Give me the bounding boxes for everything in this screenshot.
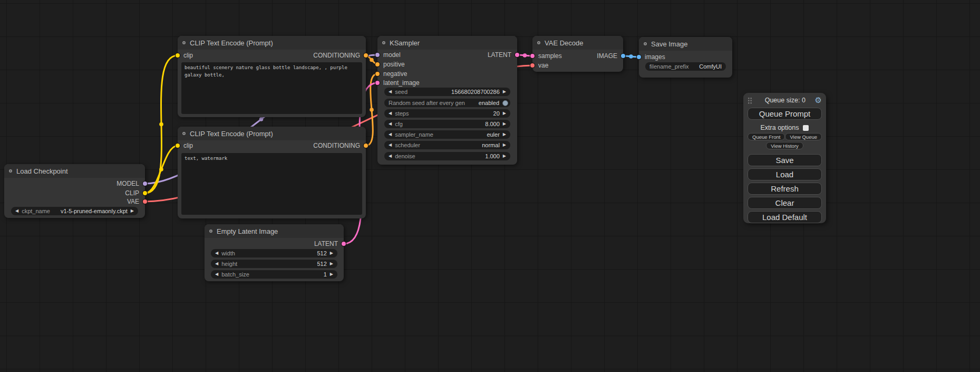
load-button[interactable]: Load — [748, 168, 822, 180]
node-vae-decode[interactable]: VAE Decode samples IMAGE vae — [532, 36, 623, 72]
node-title-bar[interactable]: CLIP Text Encode (Prompt) — [178, 127, 366, 140]
collapse-dot-icon[interactable] — [209, 230, 212, 233]
combo-left-arrow-icon[interactable]: ◀ — [389, 141, 392, 149]
queue-prompt-button[interactable]: Queue Prompt — [748, 108, 822, 120]
toggle-knob[interactable] — [502, 100, 508, 106]
combo-right-arrow-icon[interactable]: ▶ — [503, 109, 506, 118]
input-label-clip: clip — [183, 52, 193, 59]
drag-handle-icon[interactable] — [748, 97, 752, 104]
negative-prompt-textarea[interactable]: text, watermark — [181, 153, 362, 215]
output-label-clip: CLIP — [125, 189, 139, 197]
widget-seed[interactable]: ◀ seed 156680208700286 ▶ — [384, 88, 510, 96]
widget-value: 512 — [317, 250, 326, 256]
link-midpoint-dot[interactable] — [259, 117, 264, 121]
combo-right-arrow-icon[interactable]: ▶ — [330, 249, 333, 257]
link-midpoint-dot[interactable] — [523, 53, 527, 58]
widget-filename-prefix[interactable]: filename_prefix ComfyUI — [645, 62, 726, 71]
clear-button[interactable]: Clear — [748, 197, 822, 209]
link-midpoint-dot[interactable] — [159, 167, 163, 171]
combo-right-arrow-icon[interactable]: ▶ — [330, 260, 333, 268]
link-midpoint-dot[interactable] — [370, 58, 374, 62]
widget-cfg[interactable]: ◀ cfg 8.000 ▶ — [384, 120, 510, 128]
combo-left-arrow-icon[interactable]: ◀ — [215, 260, 218, 268]
output-label-model: MODEL — [117, 180, 139, 187]
widget-value: 1.000 — [485, 153, 500, 159]
node-title-bar[interactable]: KSampler — [377, 36, 517, 50]
queue-size-value: 0 — [802, 97, 806, 104]
combo-right-arrow-icon[interactable]: ▶ — [131, 207, 134, 215]
input-label-vae: vae — [538, 62, 548, 69]
node-title-bar[interactable]: Load Checkpoint — [4, 164, 145, 178]
collapse-dot-icon[interactable] — [537, 41, 540, 44]
combo-right-arrow-icon[interactable]: ▶ — [330, 270, 333, 279]
positive-prompt-textarea[interactable]: beautiful scenery nature glass bottle la… — [181, 62, 362, 114]
node-title-bar[interactable]: CLIP Text Encode (Prompt) — [178, 36, 366, 50]
widget-width[interactable]: ◀ width 512 ▶ — [211, 249, 337, 257]
widget-denoise[interactable]: ◀ denoise 1.000 ▶ — [384, 152, 510, 160]
node-graph-canvas[interactable]: Load Checkpoint MODEL CLIP VAE ◀ ckpt_na… — [0, 0, 980, 372]
widget-label: seed — [395, 89, 407, 95]
link-midpoint-dot[interactable] — [159, 122, 163, 127]
widget-label: batch_size — [221, 271, 249, 278]
node-title: VAE Decode — [545, 39, 583, 47]
combo-right-arrow-icon[interactable]: ▶ — [503, 130, 506, 139]
queue-front-button[interactable]: Queue Front — [748, 133, 785, 140]
link-midpoint-dot[interactable] — [370, 108, 374, 112]
node-clip-text-encode-positive[interactable]: CLIP Text Encode (Prompt) clip CONDITION… — [178, 36, 366, 117]
node-title-bar[interactable]: Save Image — [639, 37, 732, 51]
node-load-checkpoint[interactable]: Load Checkpoint MODEL CLIP VAE ◀ ckpt_na… — [4, 164, 145, 218]
collapse-dot-icon[interactable] — [9, 169, 12, 173]
settings-gear-icon[interactable]: ⚙ — [815, 97, 822, 104]
widget-label: sampler_name — [395, 131, 433, 138]
collapse-dot-icon[interactable] — [182, 41, 186, 44]
widget-height[interactable]: ◀ height 512 ▶ — [211, 260, 337, 268]
queue-size-text: Queue size: 0 — [755, 97, 815, 104]
collapse-dot-icon[interactable] — [382, 41, 385, 44]
combo-right-arrow-icon[interactable]: ▶ — [503, 141, 506, 149]
queue-menu-panel[interactable]: Queue size: 0 ⚙ Queue Prompt Extra optio… — [743, 93, 826, 223]
widget-batch-size[interactable]: ◀ batch_size 1 ▶ — [211, 270, 337, 279]
node-title-bar[interactable]: Empty Latent Image — [205, 224, 344, 238]
combo-right-arrow-icon[interactable]: ▶ — [503, 120, 506, 128]
node-title: KSampler — [390, 39, 420, 47]
widget-steps[interactable]: ◀ steps 20 ▶ — [384, 109, 510, 118]
queue-size-label: Queue size: — [765, 97, 800, 104]
input-label-negative: negative — [383, 70, 407, 78]
widget-value: v1-5-pruned-emaonly.ckpt — [61, 208, 128, 214]
save-button[interactable]: Save — [748, 154, 822, 166]
widget-sampler-name[interactable]: ◀ sampler_name euler ▶ — [384, 130, 510, 139]
combo-left-arrow-icon[interactable]: ◀ — [389, 130, 392, 139]
combo-left-arrow-icon[interactable]: ◀ — [215, 249, 218, 257]
combo-left-arrow-icon[interactable]: ◀ — [389, 109, 392, 118]
collapse-dot-icon[interactable] — [182, 132, 186, 135]
combo-left-arrow-icon[interactable]: ◀ — [389, 152, 392, 160]
node-clip-text-encode-negative[interactable]: CLIP Text Encode (Prompt) clip CONDITION… — [178, 127, 366, 218]
combo-left-arrow-icon[interactable]: ◀ — [389, 88, 392, 96]
node-title: Empty Latent Image — [217, 227, 278, 235]
extra-options-checkbox[interactable] — [803, 125, 809, 131]
widget-ckpt-name[interactable]: ◀ ckpt_name v1-5-pruned-emaonly.ckpt ▶ — [11, 207, 138, 215]
node-title-bar[interactable]: VAE Decode — [532, 36, 623, 50]
view-queue-button[interactable]: View Queue — [785, 133, 822, 140]
combo-left-arrow-icon[interactable]: ◀ — [15, 207, 18, 215]
node-ksampler[interactable]: KSampler model LATENT positive negative … — [377, 36, 517, 165]
node-empty-latent-image[interactable]: Empty Latent Image LATENT ◀ width 512 ▶ … — [205, 224, 344, 281]
combo-right-arrow-icon[interactable]: ▶ — [503, 152, 506, 160]
widget-random-seed-toggle[interactable]: Random seed after every gen enabled — [384, 99, 510, 107]
refresh-button[interactable]: Refresh — [748, 183, 822, 195]
combo-left-arrow-icon[interactable]: ◀ — [215, 270, 218, 279]
link-clip-to-positive-prompt — [145, 55, 178, 193]
link-midpoint-dot[interactable] — [629, 54, 633, 59]
node-title: CLIP Text Encode (Prompt) — [190, 130, 273, 138]
combo-right-arrow-icon[interactable]: ▶ — [503, 88, 506, 96]
widget-label: Random seed after every gen — [389, 100, 465, 106]
node-save-image[interactable]: Save Image images filename_prefix ComfyU… — [639, 37, 732, 78]
widget-scheduler[interactable]: ◀ scheduler normal ▶ — [384, 141, 510, 149]
collapse-dot-icon[interactable] — [644, 42, 647, 45]
load-default-button[interactable]: Load Default — [748, 211, 822, 223]
output-label-latent: LATENT — [314, 240, 338, 247]
combo-left-arrow-icon[interactable]: ◀ — [389, 120, 392, 128]
view-history-button[interactable]: View History — [766, 142, 803, 149]
widget-value: 20 — [493, 110, 500, 117]
link-sampled-latent — [517, 55, 532, 56]
